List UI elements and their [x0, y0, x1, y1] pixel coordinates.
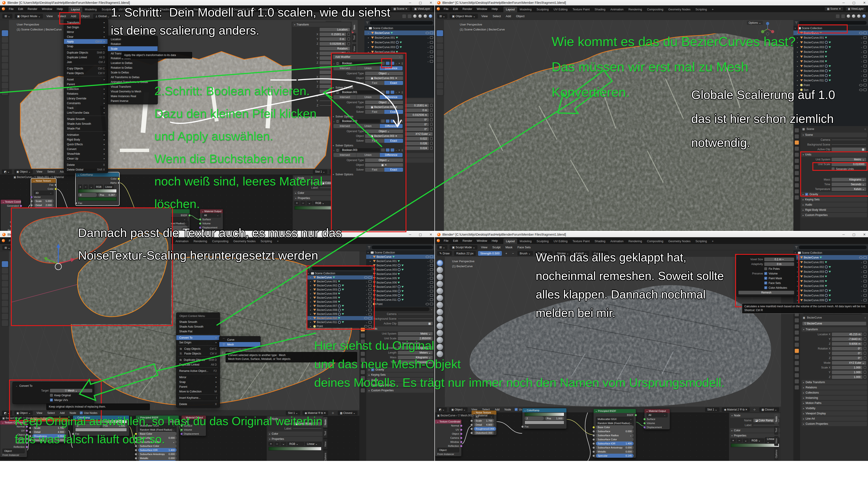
stop-pos[interactable]: Pos1.000: [545, 416, 564, 420]
outliner-item-beziercurve-004[interactable]: ▸BezierCurve.004⌄: [794, 274, 868, 279]
adaptivity-field[interactable]: 0 m: [764, 262, 794, 266]
eye-closed-icon[interactable]: ⌄: [427, 260, 429, 262]
camera-toggle-icon[interactable]: [864, 79, 867, 82]
properties-tab-icon-2[interactable]: [795, 140, 799, 144]
operand-type-field[interactable]: Object ⌄: [365, 158, 403, 162]
maximize-button[interactable]: ▢: [852, 233, 855, 236]
shader-menu-view[interactable]: View: [35, 411, 43, 415]
tab-scripting[interactable]: Scripting: [693, 6, 710, 12]
minimize-button[interactable]: ─: [842, 233, 845, 236]
expand-arrow[interactable]: ▸: [310, 325, 312, 327]
dropdown-random-walk-fixed-radius[interactable]: Random Walk (Fixed Radius)⌄: [138, 427, 177, 432]
use-nodes-checkbox[interactable]: ✓: [515, 408, 518, 411]
menu-item-rotation-to-deltas[interactable]: Rotation to Deltas: [108, 65, 158, 70]
eye-closed-icon[interactable]: ⌄: [861, 46, 863, 48]
camera-toggle-icon[interactable]: [368, 325, 372, 328]
properties-tab-icon-12[interactable]: [361, 382, 365, 386]
panel-instancing[interactable]: ▸Instancing: [802, 396, 867, 400]
panel-delta-transform[interactable]: ▸Delta Transform: [802, 380, 867, 385]
ramp-ctl-[interactable]: +: [731, 439, 736, 442]
face-sets-checkbox[interactable]: ✓: [764, 282, 767, 285]
panel-color[interactable]: ▸Color: [268, 431, 322, 436]
colorramp-gradient[interactable]: [525, 413, 564, 416]
value-field[interactable]: ◪ Color Ramp: [293, 422, 321, 426]
eye-closed-icon[interactable]: ⌄: [427, 51, 429, 53]
panel-visibility[interactable]: ▸Visibility: [802, 406, 867, 411]
colorramp-gradient[interactable]: [78, 189, 117, 193]
menu-item-insert-keyframe[interactable]: Insert Keyframe...I: [176, 395, 220, 400]
menu-item-library-override[interactable]: Library Override▸: [64, 96, 108, 101]
tool-icon-8[interactable]: [2, 314, 8, 320]
outliner-item-beziercurve-011[interactable]: ▸BezierCurve.011⌄: [307, 320, 373, 324]
minimize-button[interactable]: ─: [409, 1, 411, 4]
solver-exact[interactable]: Exact: [384, 139, 403, 143]
camera-toggle-icon[interactable]: [864, 32, 867, 34]
menu-edit[interactable]: Edit: [451, 238, 460, 243]
expand-arrow[interactable]: ▸: [310, 313, 312, 315]
value-field-background-scene[interactable]: [398, 319, 433, 319]
material-slot-dropdown[interactable]: Slot 1 ⌄: [313, 169, 327, 174]
expand-arrow[interactable]: ▸: [797, 51, 799, 53]
tab-geometry-nodes[interactable]: Geometry Nodes: [666, 6, 693, 12]
value-field-camera[interactable]: [832, 140, 866, 140]
input-socket[interactable]: [135, 453, 137, 455]
value-field-active-clip[interactable]: ▦: [398, 322, 433, 325]
eye-closed-icon[interactable]: ⌄: [427, 273, 429, 275]
camera-toggle-icon[interactable]: [864, 256, 867, 259]
sidebar-tab-view[interactable]: View: [774, 436, 778, 446]
lock-icon[interactable]: [430, 142, 433, 145]
stop-pos[interactable]: Pos0.287: [98, 193, 117, 197]
expand-arrow[interactable]: ▸: [797, 79, 799, 82]
drag-handle[interactable]: ⣿: [401, 91, 403, 94]
ramp-ctl-[interactable]: ⌄: [281, 442, 286, 446]
value-field-z[interactable]: 0.032506 m: [320, 42, 346, 46]
filter-icon[interactable]: [795, 22, 798, 24]
value-field-unit-scale[interactable]: 0.010000: [832, 162, 866, 166]
texture-dropdown[interactable]: Texture ⌄: [535, 251, 553, 256]
outliner-search[interactable]: [370, 21, 433, 25]
fix-poles-checkbox[interactable]: [764, 267, 767, 270]
properties-tab-icon-8[interactable]: [795, 361, 799, 365]
eye-closed-icon[interactable]: ⌄: [366, 309, 368, 311]
header-menu-view[interactable]: View: [45, 14, 54, 18]
menu-item-duplicate-linked[interactable]: Duplicate LinkedAlt D: [64, 55, 108, 60]
data-name-field[interactable]: ▽ BezierCurve: [802, 322, 866, 325]
outliner-search[interactable]: [799, 21, 867, 25]
menu-item-parent[interactable]: Parent▸: [176, 384, 220, 389]
input-socket[interactable]: [470, 432, 473, 434]
field-detail[interactable]: Detail4.900: [474, 423, 494, 427]
pin-icon[interactable]: ⊹: [752, 408, 757, 412]
outliner-item-beziercurve-005[interactable]: ▸BezierCurve.005⌄: [307, 296, 373, 300]
tab-geometry-nodes[interactable]: Geometry Nodes: [231, 6, 258, 12]
op-difference[interactable]: Difference: [380, 124, 403, 128]
lock-icon[interactable]: [864, 333, 866, 336]
panel-rigid-body-world[interactable]: ▸Rigid Body World: [801, 207, 867, 212]
shader-menu-node[interactable]: Node: [68, 411, 78, 415]
eye-closed-icon[interactable]: ⌄: [861, 70, 863, 72]
input-socket[interactable]: [29, 435, 31, 437]
field-subsurface-radius[interactable]: Subsurface Radius⌄: [138, 440, 177, 444]
panel-properties[interactable]: ▾Properties: [268, 437, 322, 441]
input-socket[interactable]: [30, 204, 33, 206]
menu-item-snap[interactable]: Snap▸: [64, 44, 108, 48]
header-menu-select[interactable]: Select: [491, 14, 502, 18]
op-difference[interactable]: Difference: [380, 153, 403, 157]
blender-icon[interactable]: [2, 239, 5, 242]
camera-toggle-icon[interactable]: [368, 321, 372, 324]
value-field-unit-system[interactable]: Metric ⌄: [398, 332, 433, 335]
expand-arrow[interactable]: ▸: [368, 37, 370, 39]
outliner-item-beziercurve-009[interactable]: ▸BezierCurve.009⌄: [794, 73, 868, 78]
outliner-item-beziercurve-009[interactable]: ▸BezierCurve.009⌄: [794, 298, 868, 302]
outliner-search[interactable]: [372, 246, 433, 249]
camera-toggle-icon[interactable]: [864, 275, 867, 278]
tab-rendering[interactable]: Rendering: [191, 6, 210, 12]
tool-icon-7[interactable]: [2, 307, 8, 313]
panel-gravity[interactable]: ▸✓Gravity: [367, 367, 434, 372]
shading-material-icon[interactable]: [857, 14, 861, 18]
tab-modeling[interactable]: Modeling: [82, 6, 99, 12]
expand-arrow[interactable]: ▸: [310, 285, 312, 287]
tab-compositing[interactable]: Compositing: [645, 6, 666, 12]
tab-compositing[interactable]: Compositing: [210, 6, 231, 12]
menu-item-location-to-deltas[interactable]: Location to Deltas: [108, 61, 158, 65]
outliner-item-beziercurve-002[interactable]: ▸BezierCurve.002⌄: [364, 40, 434, 45]
